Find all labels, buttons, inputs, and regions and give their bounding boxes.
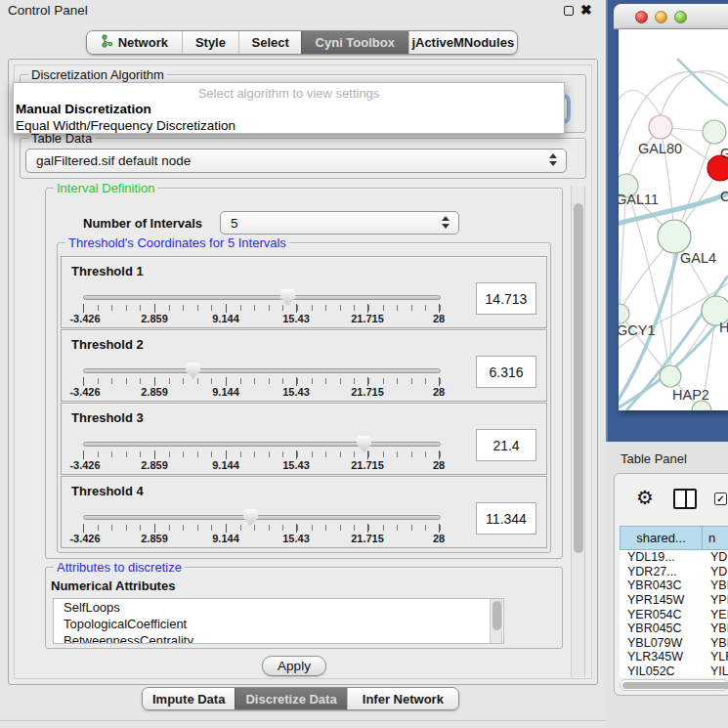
table-data-combo[interactable]: galFiltered.sif default node bbox=[25, 149, 567, 173]
node-hap2[interactable] bbox=[660, 365, 681, 387]
threshold-value-field[interactable]: 21.4 bbox=[476, 429, 536, 461]
close-icon[interactable]: ✖ bbox=[580, 2, 592, 18]
algorithm-group-label: Discretization Algorithm bbox=[28, 67, 167, 82]
bottom-tab-bar: Impute Data Discretize Data Infer Networ… bbox=[142, 687, 459, 710]
table-horizontal-scrollbar[interactable] bbox=[620, 679, 728, 691]
tab-style[interactable]: Style bbox=[182, 31, 239, 54]
node-label: GCY1 bbox=[619, 322, 656, 338]
algorithm-dropdown-popup: Select algorithm to view settings Manual… bbox=[13, 82, 565, 134]
tick-label: 21.715 bbox=[351, 459, 384, 471]
table-row[interactable]: YER054CYER0 bbox=[620, 607, 728, 621]
list-item[interactable]: TopologicalCoefficient bbox=[54, 616, 503, 632]
threshold-value-field[interactable]: 14.713 bbox=[476, 282, 536, 315]
threshold-label: Threshold 4 bbox=[71, 484, 144, 498]
tab-network[interactable]: Network bbox=[87, 31, 182, 54]
node-label: H bbox=[719, 320, 728, 335]
split-table-icon[interactable] bbox=[673, 489, 697, 509]
tab-cyni-toolbox[interactable]: Cyni Toolbox bbox=[301, 31, 408, 54]
tick-label: -3.426 bbox=[69, 386, 100, 398]
top-tab-bar: Network Style Select Cyni Toolbox jActiv… bbox=[86, 30, 518, 55]
tab-impute-data[interactable]: Impute Data bbox=[143, 688, 235, 709]
threshold-slider[interactable] bbox=[83, 442, 441, 447]
attributes-group-label: Attributes to discretize bbox=[54, 560, 185, 575]
node-label: GAL80 bbox=[638, 141, 682, 156]
threshold-slider[interactable] bbox=[83, 515, 441, 520]
apply-button[interactable]: Apply bbox=[262, 656, 326, 676]
threshold-slider[interactable] bbox=[83, 295, 441, 300]
column-header-name[interactable]: n bbox=[703, 526, 728, 550]
tick-label: 21.715 bbox=[351, 533, 384, 544]
threshold-value-field[interactable]: 11.344 bbox=[476, 502, 536, 535]
threshold-row: Threshold 2 -3.426 2.859 9.144 15.43 21.… bbox=[61, 329, 547, 402]
num-intervals-label: Number of Intervals bbox=[83, 216, 202, 231]
threshold-label: Threshold 3 bbox=[71, 410, 144, 425]
tab-discretize-data[interactable]: Discretize Data bbox=[235, 688, 346, 709]
threshold-label: Threshold 1 bbox=[71, 264, 144, 278]
node-label: HAP2 bbox=[672, 387, 709, 403]
node-gcy1[interactable] bbox=[619, 304, 629, 323]
menu-item-equal-width-frequency[interactable]: Equal Width/Frequency Discretization bbox=[14, 117, 564, 134]
tick-label: 2.859 bbox=[141, 533, 168, 544]
network-window-titlebar[interactable] bbox=[614, 4, 728, 29]
table-rows: YDL19...YDL1 YDR27...YDR2 YBR043CYBR0 YP… bbox=[620, 550, 728, 677]
node-label: GAL4 bbox=[680, 250, 716, 266]
table-row[interactable]: YDR27...YDR2 bbox=[620, 565, 728, 579]
checkbox-icon[interactable]: ✓ bbox=[714, 492, 727, 505]
table-row[interactable]: YLR345WYLR3 bbox=[620, 650, 728, 664]
right-column: GAL80 GA C GAL11 GAL4 GCY1 H HAP2 Table … bbox=[606, 0, 728, 728]
tick-label: 15.43 bbox=[282, 313, 310, 324]
node-label: C bbox=[720, 189, 728, 204]
table-row[interactable]: YIL052CYIL0 bbox=[620, 664, 728, 677]
thresholds-group-label: Threshold's Coordinates for 5 Intervals bbox=[65, 236, 289, 250]
slider-ticks bbox=[83, 305, 441, 311]
node-label: GAL11 bbox=[619, 192, 659, 207]
slider-handle-icon[interactable] bbox=[186, 363, 200, 379]
threshold-label: Threshold 2 bbox=[71, 337, 144, 352]
tick-label: 28 bbox=[433, 533, 445, 544]
column-header-shared[interactable]: shared... bbox=[620, 526, 703, 550]
menu-item-manual-discretization[interactable]: Manual Discretization bbox=[14, 101, 564, 117]
table-row[interactable]: YPR145WYPR1 bbox=[620, 593, 728, 608]
node-gal4[interactable] bbox=[658, 220, 691, 253]
popup-hint: Select algorithm to view settings bbox=[14, 83, 564, 101]
threshold-row: Threshold 4 -3.426 2.859 9.144 15.43 21.… bbox=[61, 476, 547, 548]
panel-scrollbar[interactable] bbox=[571, 186, 585, 677]
table-panel-card: ⚙ ✓ ✓ shared... n YDL19...YDL1 YDR27...Y… bbox=[614, 473, 728, 696]
panel-bottom-divider bbox=[0, 720, 606, 721]
table-row[interactable]: YBR045CYBR0 bbox=[620, 621, 728, 636]
minimize-traffic-light-icon[interactable] bbox=[655, 11, 667, 23]
slider-handle-icon[interactable] bbox=[280, 289, 295, 306]
threshold-row: Threshold 3 -3.426 2.859 9.144 15.43 21.… bbox=[61, 403, 547, 475]
tick-label: 9.144 bbox=[212, 313, 239, 324]
table-row[interactable]: YDL19...YDL1 bbox=[620, 550, 728, 565]
list-item[interactable]: SelfLoops bbox=[54, 599, 503, 616]
tab-select[interactable]: Select bbox=[238, 31, 301, 54]
node-partial-top[interactable] bbox=[703, 120, 726, 144]
table-panel-title: Table Panel bbox=[621, 451, 687, 466]
network-canvas[interactable]: GAL80 GA C GAL11 GAL4 GCY1 H HAP2 bbox=[619, 29, 728, 410]
tick-label: 21.715 bbox=[351, 386, 384, 398]
float-window-icon[interactable] bbox=[564, 6, 574, 16]
node-label: GA bbox=[720, 146, 728, 161]
close-traffic-light-icon[interactable] bbox=[635, 11, 648, 23]
slider-handle-icon[interactable] bbox=[357, 436, 371, 452]
tick-label: -3.426 bbox=[69, 459, 100, 471]
threshold-slider[interactable] bbox=[83, 368, 441, 373]
zoom-traffic-light-icon[interactable] bbox=[674, 11, 687, 23]
interval-definition-label: Interval Definition bbox=[54, 181, 157, 195]
table-row[interactable]: YBR043CYBR0 bbox=[620, 578, 728, 593]
table-row[interactable]: YBL079WYBL0 bbox=[620, 636, 728, 651]
attributes-scrollbar[interactable] bbox=[490, 599, 502, 643]
tab-jactivemnodules[interactable]: jActiveMNodules bbox=[408, 31, 518, 54]
slider-ticks bbox=[83, 525, 441, 531]
tab-infer-network[interactable]: Infer Network bbox=[347, 688, 458, 709]
list-item[interactable]: BetweennessCentrality bbox=[54, 632, 503, 644]
slider-handle-icon[interactable] bbox=[243, 509, 258, 526]
node-gal80[interactable] bbox=[649, 115, 672, 139]
table-data-value: galFiltered.sif default node bbox=[36, 153, 191, 168]
threshold-value-field[interactable]: 6.316 bbox=[476, 356, 536, 388]
gear-icon[interactable]: ⚙ bbox=[636, 488, 654, 507]
network-icon bbox=[101, 34, 113, 51]
num-intervals-combo[interactable]: 5 bbox=[220, 211, 459, 235]
tick-label: 2.859 bbox=[141, 459, 168, 471]
